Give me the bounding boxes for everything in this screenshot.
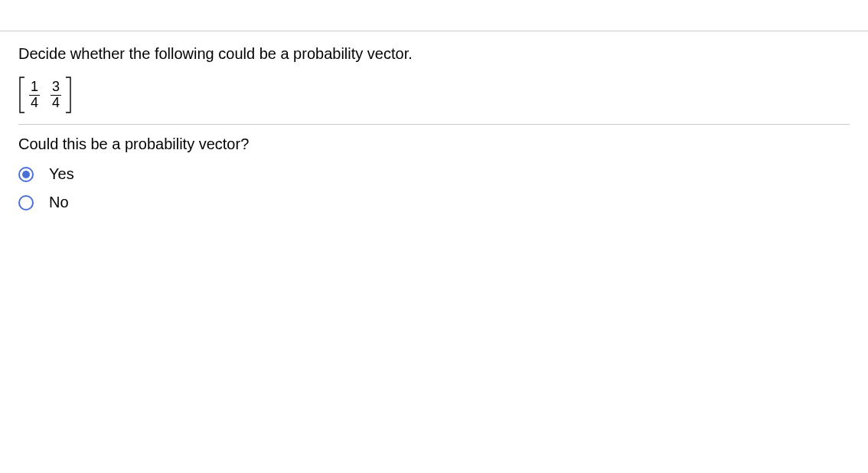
right-bracket-icon (64, 77, 72, 113)
option-label: No (49, 194, 69, 211)
option-label: Yes (49, 165, 74, 183)
fraction-denominator: 4 (51, 95, 61, 111)
fraction-numerator: 3 (51, 80, 61, 95)
radio-icon[interactable] (18, 167, 34, 182)
fraction-numerator: 1 (29, 80, 40, 95)
fraction-denominator: 4 (29, 95, 40, 111)
options-group: Yes No (18, 165, 850, 211)
question-prompt: Decide whether the following could be a … (18, 45, 850, 63)
answer-prompt: Could this be a probability vector? (18, 135, 850, 153)
left-bracket-icon (18, 77, 26, 113)
vector-entry-1: 1 4 (29, 80, 40, 111)
question-container: Decide whether the following could be a … (0, 0, 868, 211)
radio-icon[interactable] (18, 195, 34, 210)
option-no[interactable]: No (18, 194, 850, 211)
divider-mid (18, 124, 850, 125)
vector-entry-2: 3 4 (51, 80, 61, 111)
probability-vector: 1 4 3 4 (18, 77, 72, 113)
option-yes[interactable]: Yes (18, 165, 850, 183)
